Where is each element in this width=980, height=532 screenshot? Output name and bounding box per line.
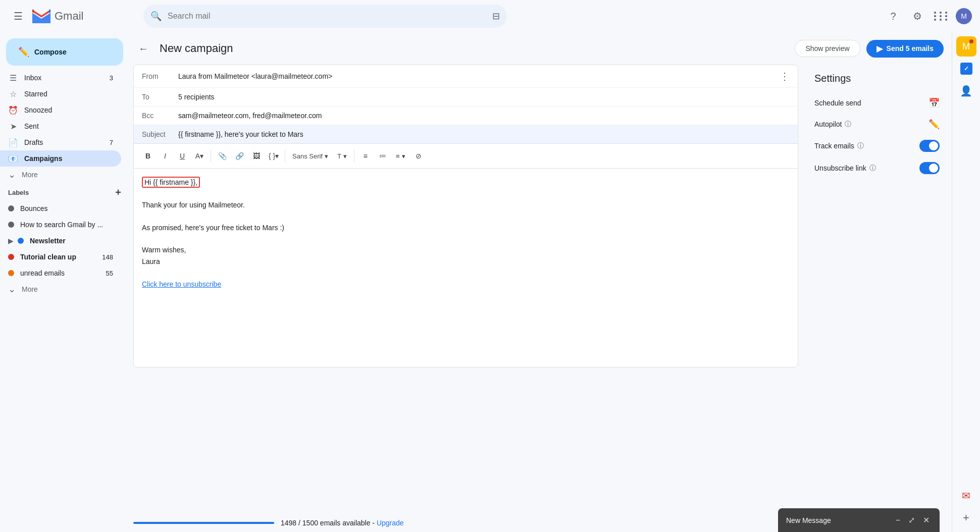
search-filter-icon[interactable]: ⊟ (492, 11, 500, 22)
email-body[interactable]: Hi {{ firstname }}, Thank your for using… (134, 169, 798, 367)
track-emails-text: Track emails (814, 142, 854, 150)
progress-bar-wrapper (133, 522, 275, 524)
bold-button[interactable]: B (140, 148, 156, 164)
campaign-header: ← New campaign Show preview ▶ Send 5 ema… (133, 32, 948, 65)
gmail-logo: Gmail (32, 10, 83, 23)
sent-icon: ➤ (8, 122, 18, 131)
search-icon: 🔍 (150, 11, 162, 22)
unsubscribe-link[interactable]: Click here to unsubscribe (142, 280, 221, 288)
settings-button[interactable]: ⚙ (907, 6, 927, 26)
label-item-bounces[interactable]: Bounces (0, 200, 121, 217)
mailmeteor-icon[interactable]: M (956, 36, 976, 57)
expand-button[interactable]: ⤢ (906, 513, 917, 527)
align-icon: ≡ (396, 152, 400, 160)
sidebar-item-inbox[interactable]: ☰ Inbox 3 (0, 70, 121, 86)
label-color-dot (8, 254, 14, 260)
track-emails-row: Track emails ⓘ (806, 135, 948, 157)
align-dropdown[interactable]: ≡ ▾ (392, 150, 409, 162)
track-emails-toggle[interactable] (919, 140, 940, 152)
sidebar-item-starred[interactable]: ☆ Starred (0, 86, 121, 102)
autopilot-row: Autopilot ⓘ ✏️ (806, 114, 948, 135)
autopilot-icon[interactable]: ✏️ (929, 119, 940, 130)
label-item-how-to-search[interactable]: How to search Gmail by ... (0, 217, 121, 233)
body-line-2: As promised, here's your free ticket to … (142, 222, 790, 233)
calendar-icon[interactable]: 📅 (929, 97, 940, 109)
body-line-1: Thank your for using Mailmeteor. (142, 199, 790, 210)
unsubscribe-info-icon[interactable]: ⓘ (869, 164, 876, 173)
bulleted-list-button[interactable]: ≡ (357, 148, 374, 164)
sidebar-more-button-2[interactable]: ⌄ More (0, 281, 121, 297)
sidebar-item-drafts[interactable]: 📄 Drafts 7 (0, 134, 121, 150)
chevron-down-icon: ▾ (343, 152, 347, 160)
email-editor: From Laura from Mailmeteor <laura@mailme… (133, 65, 798, 367)
content-area: ← New campaign Show preview ▶ Send 5 ema… (129, 32, 952, 532)
send-button[interactable]: ▶ Send 5 emails (866, 40, 944, 58)
autopilot-info-icon[interactable]: ⓘ (845, 120, 851, 129)
apps-button[interactable] (932, 6, 952, 26)
from-row: From Laura from Mailmeteor <laura@mailme… (134, 65, 798, 88)
variable-button[interactable]: { }▾ (266, 148, 282, 164)
compose-area: From Laura from Mailmeteor <laura@mailme… (133, 65, 948, 514)
help-button[interactable]: ? (883, 6, 903, 26)
back-button[interactable]: ← (133, 38, 153, 59)
subject-row: Subject {{ firstname }}, here's your tic… (134, 125, 798, 143)
chevron-down-icon: ▾ (325, 152, 328, 160)
clear-format-button[interactable]: ⊘ (410, 148, 427, 164)
unsubscribe-toggle[interactable] (919, 162, 940, 174)
from-label: From (142, 72, 178, 80)
chevron-down-icon: ▾ (402, 152, 405, 160)
formatting-toolbar: B I U A▾ 📎 🔗 🖼 { }▾ Sans Serif ▾ T (134, 144, 798, 169)
new-message-actions: − ⤢ ✕ (894, 513, 932, 527)
bcc-value: sam@mailmeteor.com, fred@mailmeteor.com (178, 112, 790, 120)
campaigns-icon: 📧 (8, 154, 18, 164)
main-layout: ✏️ Compose ☰ Inbox 3 ☆ Starred ⏰ Snoozed… (0, 32, 980, 532)
label-color-dot (8, 205, 14, 211)
link-button[interactable]: 🔗 (231, 148, 247, 164)
settings-panel: Settings Schedule send 📅 Autopilot ⓘ ✏️ (806, 65, 948, 514)
schedule-send-row: Schedule send 📅 (806, 92, 948, 114)
attach-button[interactable]: 📎 (214, 148, 230, 164)
subject-value[interactable]: {{ firstname }}, here's your ticket to M… (178, 130, 790, 138)
from-value: Laura from Mailmeteor <laura@mailmeteor.… (178, 72, 780, 80)
calendar-sidebar-icon[interactable]: ✓ (956, 59, 976, 79)
sidebar-item-sent[interactable]: ➤ Sent (0, 118, 121, 134)
body-line-3: Warm wishes, (142, 244, 790, 255)
font-family-dropdown[interactable]: Sans Serif ▾ (288, 150, 332, 162)
image-button[interactable]: 🖼 (248, 148, 265, 164)
greeting-line[interactable]: Hi {{ firstname }}, (142, 177, 790, 188)
font-size-dropdown[interactable]: T ▾ (333, 150, 351, 162)
sidebar-item-snoozed[interactable]: ⏰ Snoozed (0, 102, 121, 118)
show-preview-button[interactable]: Show preview (795, 40, 860, 57)
close-button[interactable]: ✕ (921, 513, 932, 527)
numbered-list-button[interactable]: ≔ (375, 148, 391, 164)
sidebar-item-campaigns[interactable]: 📧 Campaigns (0, 150, 121, 167)
text-color-button[interactable]: A▾ (191, 148, 208, 164)
label-item-tutorial[interactable]: Tutorial clean up 148 (0, 249, 121, 265)
minimize-button[interactable]: − (894, 513, 902, 527)
toolbar-divider (211, 150, 211, 162)
chevron-down-icon-2: ⌄ (8, 284, 16, 295)
schedule-send-label: Schedule send (814, 99, 929, 107)
add-label-button[interactable]: + (115, 187, 121, 198)
label-item-newsletter[interactable]: ▶ Newsletter (0, 233, 121, 249)
sidebar-more-button[interactable]: ⌄ More (0, 167, 121, 183)
compose-button[interactable]: ✏️ Compose (6, 38, 123, 66)
drafts-badge: 7 (110, 139, 113, 146)
autopilot-text: Autopilot (814, 120, 842, 128)
search-input[interactable] (143, 5, 507, 28)
send-label: Send 5 emails (887, 44, 934, 52)
send-icon: ▶ (876, 44, 883, 54)
contacts-sidebar-icon[interactable]: 👤 (956, 81, 976, 101)
field-more-button[interactable]: ⋮ (780, 70, 790, 82)
label-name: Tutorial clean up (20, 253, 76, 261)
add-sidebar-button[interactable]: + (956, 508, 976, 528)
track-emails-info-icon[interactable]: ⓘ (857, 141, 864, 150)
email-fields: From Laura from Mailmeteor <laura@mailme… (134, 65, 798, 144)
upgrade-link[interactable]: Upgrade (377, 519, 404, 527)
menu-icon[interactable]: ☰ (8, 6, 28, 26)
label-item-unread[interactable]: unread emails 55 (0, 265, 121, 281)
underline-button[interactable]: U (174, 148, 190, 164)
mailmeteor-red-icon[interactable]: ✉ (956, 486, 976, 506)
italic-button[interactable]: I (157, 148, 173, 164)
avatar[interactable]: M (956, 8, 972, 24)
